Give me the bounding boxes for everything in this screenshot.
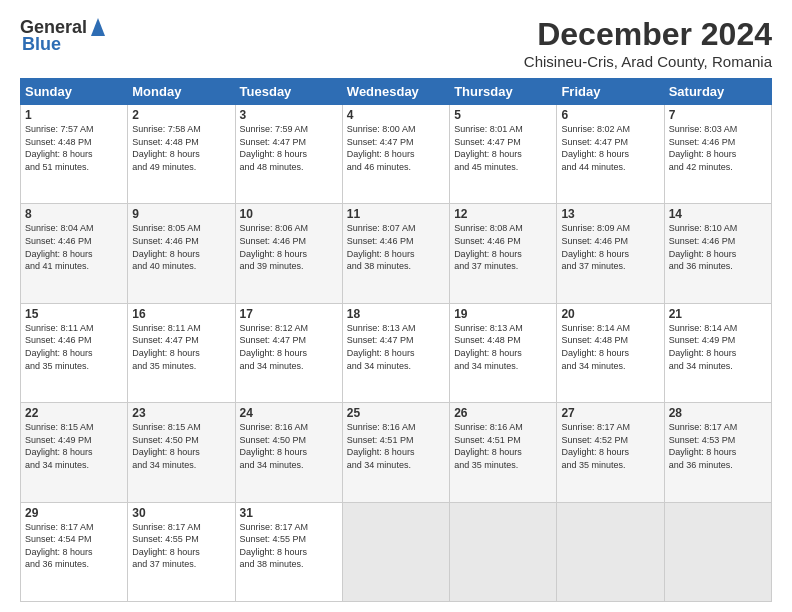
main-title: December 2024 [524,16,772,53]
day-info: Sunrise: 8:17 AM Sunset: 4:55 PM Dayligh… [240,521,338,571]
calendar-cell: 4Sunrise: 8:00 AM Sunset: 4:47 PM Daylig… [342,105,449,204]
svg-marker-0 [91,18,105,36]
day-number: 29 [25,506,123,520]
day-info: Sunrise: 8:16 AM Sunset: 4:51 PM Dayligh… [454,421,552,471]
calendar-cell: 10Sunrise: 8:06 AM Sunset: 4:46 PM Dayli… [235,204,342,303]
col-header-thursday: Thursday [450,79,557,105]
calendar-cell: 16Sunrise: 8:11 AM Sunset: 4:47 PM Dayli… [128,303,235,402]
day-number: 7 [669,108,767,122]
day-info: Sunrise: 8:13 AM Sunset: 4:48 PM Dayligh… [454,322,552,372]
page: General Blue December 2024 Chisineu-Cris… [0,0,792,612]
day-number: 19 [454,307,552,321]
calendar-cell: 23Sunrise: 8:15 AM Sunset: 4:50 PM Dayli… [128,403,235,502]
calendar-cell: 11Sunrise: 8:07 AM Sunset: 4:46 PM Dayli… [342,204,449,303]
day-number: 28 [669,406,767,420]
day-info: Sunrise: 8:17 AM Sunset: 4:55 PM Dayligh… [132,521,230,571]
day-info: Sunrise: 8:09 AM Sunset: 4:46 PM Dayligh… [561,222,659,272]
day-info: Sunrise: 8:02 AM Sunset: 4:47 PM Dayligh… [561,123,659,173]
day-info: Sunrise: 8:17 AM Sunset: 4:54 PM Dayligh… [25,521,123,571]
calendar-cell: 8Sunrise: 8:04 AM Sunset: 4:46 PM Daylig… [21,204,128,303]
day-number: 26 [454,406,552,420]
day-number: 22 [25,406,123,420]
day-number: 14 [669,207,767,221]
calendar-cell: 14Sunrise: 8:10 AM Sunset: 4:46 PM Dayli… [664,204,771,303]
calendar-cell: 27Sunrise: 8:17 AM Sunset: 4:52 PM Dayli… [557,403,664,502]
day-number: 25 [347,406,445,420]
day-info: Sunrise: 8:04 AM Sunset: 4:46 PM Dayligh… [25,222,123,272]
col-header-sunday: Sunday [21,79,128,105]
logo: General Blue [20,16,107,55]
calendar-cell: 3Sunrise: 7:59 AM Sunset: 4:47 PM Daylig… [235,105,342,204]
day-number: 23 [132,406,230,420]
calendar-cell: 22Sunrise: 8:15 AM Sunset: 4:49 PM Dayli… [21,403,128,502]
day-info: Sunrise: 8:07 AM Sunset: 4:46 PM Dayligh… [347,222,445,272]
day-number: 8 [25,207,123,221]
day-number: 9 [132,207,230,221]
day-info: Sunrise: 8:06 AM Sunset: 4:46 PM Dayligh… [240,222,338,272]
title-block: December 2024 Chisineu-Cris, Arad County… [524,16,772,70]
day-info: Sunrise: 8:11 AM Sunset: 4:47 PM Dayligh… [132,322,230,372]
day-number: 27 [561,406,659,420]
day-number: 24 [240,406,338,420]
day-number: 30 [132,506,230,520]
day-info: Sunrise: 8:17 AM Sunset: 4:53 PM Dayligh… [669,421,767,471]
col-header-tuesday: Tuesday [235,79,342,105]
header: General Blue December 2024 Chisineu-Cris… [20,16,772,70]
day-info: Sunrise: 8:13 AM Sunset: 4:47 PM Dayligh… [347,322,445,372]
day-number: 21 [669,307,767,321]
calendar-cell: 17Sunrise: 8:12 AM Sunset: 4:47 PM Dayli… [235,303,342,402]
calendar-cell: 21Sunrise: 8:14 AM Sunset: 4:49 PM Dayli… [664,303,771,402]
logo-blue: Blue [22,34,61,55]
day-info: Sunrise: 7:57 AM Sunset: 4:48 PM Dayligh… [25,123,123,173]
day-info: Sunrise: 8:15 AM Sunset: 4:50 PM Dayligh… [132,421,230,471]
day-number: 2 [132,108,230,122]
day-info: Sunrise: 7:59 AM Sunset: 4:47 PM Dayligh… [240,123,338,173]
day-info: Sunrise: 8:16 AM Sunset: 4:51 PM Dayligh… [347,421,445,471]
calendar-cell: 24Sunrise: 8:16 AM Sunset: 4:50 PM Dayli… [235,403,342,502]
day-info: Sunrise: 8:14 AM Sunset: 4:49 PM Dayligh… [669,322,767,372]
day-number: 31 [240,506,338,520]
calendar-cell: 1Sunrise: 7:57 AM Sunset: 4:48 PM Daylig… [21,105,128,204]
day-number: 13 [561,207,659,221]
day-number: 3 [240,108,338,122]
day-info: Sunrise: 8:10 AM Sunset: 4:46 PM Dayligh… [669,222,767,272]
subtitle: Chisineu-Cris, Arad County, Romania [524,53,772,70]
calendar-cell: 20Sunrise: 8:14 AM Sunset: 4:48 PM Dayli… [557,303,664,402]
day-number: 20 [561,307,659,321]
calendar-cell: 6Sunrise: 8:02 AM Sunset: 4:47 PM Daylig… [557,105,664,204]
day-number: 4 [347,108,445,122]
calendar-cell: 26Sunrise: 8:16 AM Sunset: 4:51 PM Dayli… [450,403,557,502]
day-number: 12 [454,207,552,221]
calendar-cell [342,502,449,601]
calendar-cell: 18Sunrise: 8:13 AM Sunset: 4:47 PM Dayli… [342,303,449,402]
day-number: 15 [25,307,123,321]
calendar-cell [450,502,557,601]
day-info: Sunrise: 8:11 AM Sunset: 4:46 PM Dayligh… [25,322,123,372]
calendar-cell: 7Sunrise: 8:03 AM Sunset: 4:46 PM Daylig… [664,105,771,204]
day-info: Sunrise: 8:08 AM Sunset: 4:46 PM Dayligh… [454,222,552,272]
day-number: 18 [347,307,445,321]
calendar-table: SundayMondayTuesdayWednesdayThursdayFrid… [20,78,772,602]
day-number: 16 [132,307,230,321]
day-info: Sunrise: 8:01 AM Sunset: 4:47 PM Dayligh… [454,123,552,173]
day-info: Sunrise: 8:17 AM Sunset: 4:52 PM Dayligh… [561,421,659,471]
logo-triangle-icon [89,16,107,38]
col-header-wednesday: Wednesday [342,79,449,105]
day-number: 6 [561,108,659,122]
day-info: Sunrise: 8:14 AM Sunset: 4:48 PM Dayligh… [561,322,659,372]
day-number: 10 [240,207,338,221]
day-info: Sunrise: 8:12 AM Sunset: 4:47 PM Dayligh… [240,322,338,372]
calendar-cell: 9Sunrise: 8:05 AM Sunset: 4:46 PM Daylig… [128,204,235,303]
col-header-monday: Monday [128,79,235,105]
calendar-cell [557,502,664,601]
calendar-cell: 12Sunrise: 8:08 AM Sunset: 4:46 PM Dayli… [450,204,557,303]
day-number: 1 [25,108,123,122]
day-info: Sunrise: 8:16 AM Sunset: 4:50 PM Dayligh… [240,421,338,471]
calendar-cell: 15Sunrise: 8:11 AM Sunset: 4:46 PM Dayli… [21,303,128,402]
day-info: Sunrise: 8:05 AM Sunset: 4:46 PM Dayligh… [132,222,230,272]
calendar-cell: 28Sunrise: 8:17 AM Sunset: 4:53 PM Dayli… [664,403,771,502]
calendar-cell: 5Sunrise: 8:01 AM Sunset: 4:47 PM Daylig… [450,105,557,204]
calendar-cell: 30Sunrise: 8:17 AM Sunset: 4:55 PM Dayli… [128,502,235,601]
day-info: Sunrise: 8:00 AM Sunset: 4:47 PM Dayligh… [347,123,445,173]
calendar-cell: 29Sunrise: 8:17 AM Sunset: 4:54 PM Dayli… [21,502,128,601]
